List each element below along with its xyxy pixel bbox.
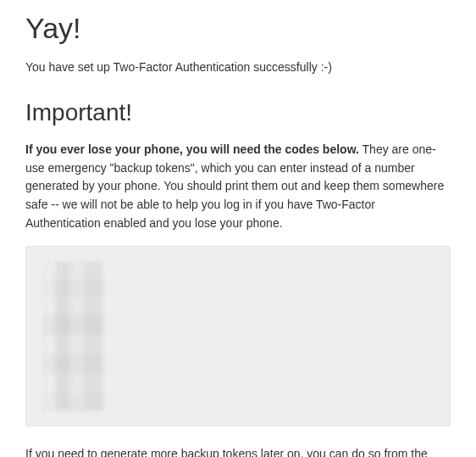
backup-tokens-obscured (43, 262, 102, 410)
success-heading: Yay! (25, 7, 451, 50)
warning-bold-text: If you ever lose your phone, you will ne… (25, 142, 359, 156)
important-heading: Important! (25, 95, 451, 131)
more-tokens-info: If you need to generate more backup toke… (25, 445, 451, 457)
backup-tokens-box (25, 246, 451, 426)
warning-paragraph: If you ever lose your phone, you will ne… (25, 141, 451, 232)
success-message: You have set up Two-Factor Authenticatio… (25, 59, 451, 76)
